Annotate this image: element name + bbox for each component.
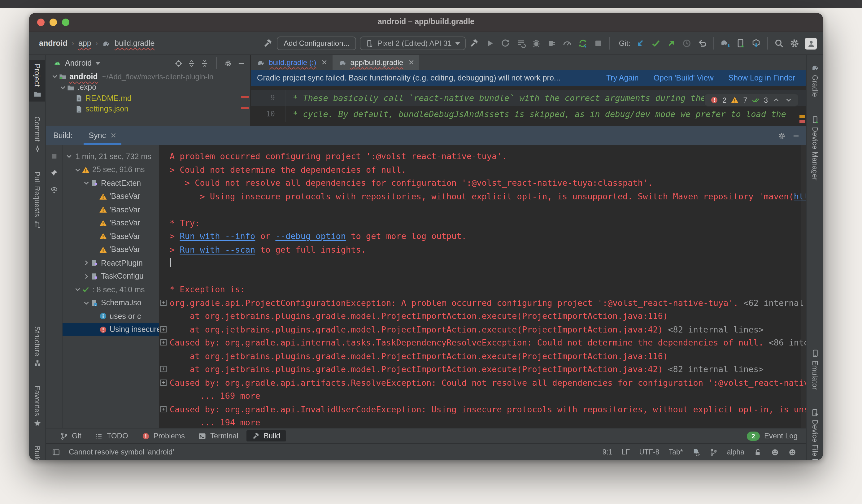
show-log-in-finder-link[interactable]: Show Log in Finder (729, 74, 795, 82)
build-tree-row[interactable]: 25 sec, 916 ms (63, 163, 159, 176)
user-avatar[interactable] (805, 38, 817, 49)
fold-icon[interactable]: + (160, 300, 167, 306)
sidebar-item-favorites[interactable]: Favorites (29, 382, 45, 431)
chevron-down-icon[interactable] (82, 299, 90, 307)
project-tree-row[interactable]: {}settings.json (46, 104, 250, 115)
chevron-down-icon[interactable] (95, 62, 100, 65)
breadcrumb-item[interactable]: android (39, 39, 67, 48)
console-link[interactable]: Run with --scan (180, 244, 256, 254)
breadcrumb-item[interactable]: build.gradle (115, 39, 155, 48)
profile-avatar-icon[interactable] (806, 38, 816, 48)
square-icon[interactable] (50, 152, 58, 160)
status-widget-tab-[interactable]: Tab* (669, 448, 683, 456)
face-sad-icon[interactable] (788, 448, 796, 456)
locate-icon[interactable] (175, 59, 183, 67)
gear-icon[interactable] (778, 132, 786, 140)
apply-changes-icon[interactable] (501, 38, 511, 48)
file-gear-icon[interactable] (692, 448, 701, 456)
chevron-down-icon[interactable] (82, 179, 90, 187)
close-icon[interactable]: ✕ (321, 58, 327, 67)
build-tree-row[interactable]: 'BaseVar (63, 203, 159, 216)
face-happy-icon[interactable] (771, 448, 779, 456)
close-icon[interactable]: ✕ (110, 131, 116, 140)
editor-tab[interactable]: app/build.gradle✕ (332, 55, 420, 70)
status-widget[interactable] (692, 448, 701, 456)
hammer-icon[interactable] (470, 38, 480, 48)
gradle-sync-icon[interactable] (720, 38, 730, 48)
status-widget-9-1[interactable]: 9:1 (602, 448, 612, 456)
project-tree-row[interactable]: README.md (46, 93, 250, 104)
window-titlebar[interactable]: android – app/build.gradle (29, 13, 823, 32)
settings-icon[interactable] (789, 38, 799, 48)
chevron-down-icon[interactable] (74, 166, 82, 174)
apply-code-changes-icon[interactable] (516, 38, 526, 48)
build-tree-row[interactable]: uses or c (63, 309, 159, 323)
sidebar-item-project[interactable]: Project (29, 60, 45, 102)
chevron-down-icon[interactable] (74, 286, 82, 294)
fold-icon[interactable]: + (160, 366, 167, 372)
console-link[interactable]: Run with --info (180, 231, 256, 241)
chevron-right-icon[interactable] (82, 259, 90, 267)
build-tree-row[interactable]: 'BaseVar (63, 243, 159, 256)
rollback-icon[interactable] (697, 38, 707, 48)
console-link[interactable]: http (794, 191, 806, 201)
status-widget[interactable] (710, 448, 718, 456)
sidebar-item-structure[interactable]: Structure (29, 322, 45, 371)
build-tree-row[interactable]: 1 min, 21 sec, 732 ms (63, 150, 159, 163)
profile-icon[interactable] (563, 38, 573, 48)
eye-icon[interactable] (50, 186, 58, 194)
collapse-all-icon[interactable] (201, 59, 209, 67)
build-tree-row[interactable]: ReactExten (63, 176, 159, 190)
tool-window-button-todo[interactable]: TODO (90, 430, 134, 441)
search-icon[interactable] (774, 38, 784, 48)
project-tree-row[interactable]: android~/Add_flow/mevris-client-plugin-i… (46, 71, 250, 82)
tool-window-button-git[interactable]: Git (54, 430, 87, 441)
editor-tab[interactable]: build.gradle (:)✕ (251, 55, 332, 70)
build-tree-row[interactable]: : 8 sec, 410 ms (63, 283, 159, 296)
build-tree-row[interactable]: TaskConfigu (63, 270, 159, 283)
status-widget[interactable] (754, 448, 762, 456)
sidebar-item-pull-requests[interactable]: Pull Requests (29, 168, 45, 232)
pin-icon[interactable] (50, 169, 58, 177)
status-widget-utf-8[interactable]: UTF-8 (639, 448, 659, 456)
fold-icon[interactable]: + (160, 379, 167, 385)
build-tree-row[interactable]: ReactPlugin (63, 256, 159, 270)
build-tree-row[interactable]: 'BaseVar (63, 190, 159, 203)
device-selector[interactable]: Pixel 2 (Edited) API 31 (360, 37, 466, 50)
history-icon[interactable] (682, 38, 692, 48)
debug-icon[interactable] (532, 38, 541, 48)
git-commit-icon[interactable] (651, 38, 661, 48)
prev-issue-button[interactable] (772, 96, 780, 104)
expand-all-icon[interactable] (188, 59, 196, 67)
sidebar-item-device-manager[interactable]: Device Manager (807, 112, 823, 184)
event-log-button[interactable]: 2 Event Log (747, 431, 798, 440)
status-widget-alpha[interactable]: alpha (727, 448, 744, 456)
build-tree-row[interactable]: 'BaseVar (63, 216, 159, 230)
sidebar-item-commit[interactable]: Commit (29, 113, 45, 157)
sidebar-item-device-file-explorer[interactable]: Device File Explorer (807, 405, 823, 460)
lock-open-icon[interactable] (754, 448, 762, 456)
device-manager-icon[interactable] (736, 38, 746, 48)
gear-icon[interactable] (224, 59, 232, 67)
minimize-icon[interactable] (792, 132, 800, 140)
run-icon[interactable] (485, 38, 495, 48)
next-issue-button[interactable] (785, 96, 793, 104)
build-console[interactable]: A problem occurred configuring project '… (159, 145, 806, 428)
add-configuration-button[interactable]: Add Configuration... (277, 37, 356, 50)
chevron-right-icon[interactable] (82, 273, 90, 280)
status-widget[interactable] (788, 448, 796, 456)
fold-icon[interactable]: + (160, 406, 167, 412)
git-push-icon[interactable] (666, 38, 676, 48)
status-widget-lf[interactable]: LF (622, 448, 630, 456)
sync-project-icon[interactable] (578, 38, 588, 48)
build-tree-row[interactable]: Using insecure (63, 323, 159, 336)
open-build-view-link[interactable]: Open 'Build' View (654, 74, 714, 82)
code-line[interactable]: 10* cycle. By default, bundleDebugJsAndA… (251, 106, 806, 122)
editor-code-area[interactable]: 9* These basically call `react-native bu… (251, 86, 806, 126)
attach-debugger-icon[interactable] (547, 38, 557, 48)
build-hammer-icon[interactable] (263, 38, 273, 48)
fold-icon[interactable]: + (160, 326, 167, 332)
breadcrumb-item[interactable]: app (78, 39, 91, 48)
sidebar-item-build-variants[interactable]: Build Variants (29, 442, 45, 460)
chevron-down-icon[interactable] (65, 152, 73, 161)
